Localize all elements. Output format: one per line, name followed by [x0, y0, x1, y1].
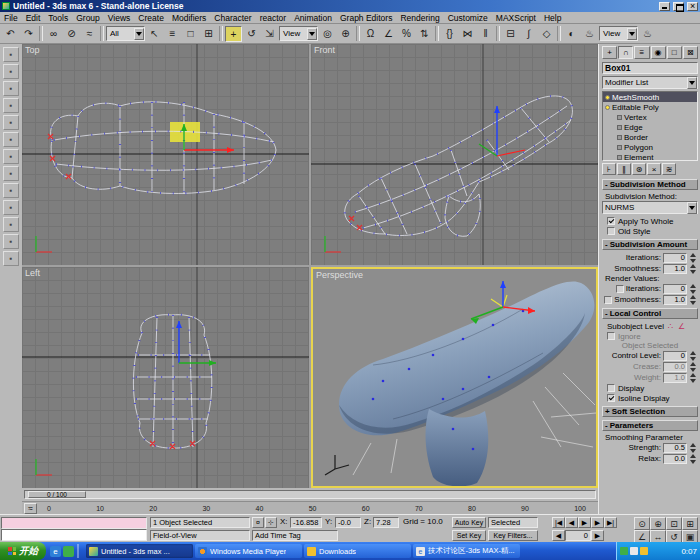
render-iterations-field[interactable]: 0	[663, 284, 687, 294]
show-desktop-icon[interactable]	[63, 546, 74, 557]
tab-utilities-icon[interactable]: ⊠	[683, 46, 698, 59]
viewport-front-label[interactable]: Front	[314, 45, 335, 55]
spinner-arrows-icon[interactable]	[689, 454, 696, 464]
layer-manager-icon[interactable]: ⊟	[502, 26, 519, 42]
strength-field[interactable]: 0.5	[663, 443, 687, 453]
isoline-display-checkbox[interactable]: Isoline Display	[602, 393, 698, 403]
time-slider-track[interactable]: 0 / 100	[24, 490, 596, 499]
subobject-edge-icon[interactable]: ∠	[677, 322, 686, 331]
task-3dsmax[interactable]: Untitled - 3ds max ...	[86, 544, 193, 558]
select-and-move-icon[interactable]: +	[225, 26, 242, 42]
stack-item-editable-poly[interactable]: Editable Poly	[603, 102, 697, 112]
make-unique-icon[interactable]: ⊛	[632, 163, 646, 175]
select-and-manipulate-icon[interactable]: ⊕	[337, 26, 354, 42]
control-level-field[interactable]: 0	[663, 351, 687, 361]
viewport-front[interactable]: Front	[311, 44, 598, 265]
curve-editor-icon[interactable]: ∫	[520, 26, 537, 42]
schematic-view-icon[interactable]: ◇	[538, 26, 555, 42]
viewport-perspective-active[interactable]: Perspective	[311, 267, 598, 488]
side-toolbar-button-11[interactable]: ▪	[3, 217, 19, 232]
selection-filter-dropdown[interactable]: All	[106, 26, 145, 41]
chevron-down-icon[interactable]	[627, 28, 637, 40]
window-crossing-icon[interactable]: ⊞	[200, 26, 217, 42]
apply-to-whole-checkbox[interactable]: Apply To Whole	[602, 216, 698, 226]
checkbox-icon[interactable]	[607, 384, 615, 392]
maxscript-mini-listener-pink[interactable]	[1, 517, 147, 529]
internet-explorer-icon[interactable]: e	[50, 546, 61, 557]
zoom-extents-all-icon[interactable]: ⊞	[682, 517, 698, 530]
menu-graph-editors[interactable]: Graph Editors	[336, 13, 396, 23]
go-to-end-icon[interactable]: ▶|	[604, 517, 617, 528]
menu-group[interactable]: Group	[72, 13, 104, 23]
spinner-arrows-icon[interactable]	[689, 295, 696, 305]
viewport-perspective-label[interactable]: Perspective	[316, 270, 363, 280]
pin-stack-icon[interactable]: ⊦	[602, 163, 616, 175]
side-toolbar-button-1[interactable]: ▪	[3, 47, 19, 62]
spinner-arrows-icon[interactable]	[689, 253, 696, 263]
relax-spinner[interactable]: Relax:0.0	[602, 453, 698, 464]
x-coordinate-field[interactable]: -16.858	[290, 517, 322, 528]
spinner-arrows-icon[interactable]	[689, 284, 696, 294]
select-and-scale-icon[interactable]: ⇲	[261, 26, 278, 42]
z-coordinate-field[interactable]: 7.28	[373, 517, 399, 528]
strength-spinner[interactable]: Strength:0.5	[602, 442, 698, 453]
viewport-left-label[interactable]: Left	[25, 268, 40, 278]
lock-selection-icon[interactable]: ¤	[252, 517, 264, 528]
rollout-local-control[interactable]: -Local Control	[602, 308, 698, 319]
spinner-arrows-icon[interactable]	[689, 362, 696, 372]
show-end-result-icon[interactable]: ∥	[617, 163, 631, 175]
side-toolbar-button-4[interactable]: ▪	[3, 98, 19, 113]
reference-coordinate-dropdown[interactable]: View	[279, 26, 318, 41]
side-toolbar-button-13[interactable]: ▪	[3, 251, 19, 266]
object-name-field[interactable]: Box01	[602, 62, 698, 74]
modifier-list-dropdown[interactable]: Modifier List	[602, 76, 698, 89]
stack-item-meshsmooth[interactable]: MeshSmooth	[603, 92, 697, 102]
stack-item-border[interactable]: Border	[603, 132, 697, 142]
maximize-button[interactable]	[673, 2, 684, 11]
configure-modifier-sets-icon[interactable]: ≋	[662, 163, 676, 175]
tray-volume-icon[interactable]	[630, 547, 638, 555]
stack-item-edge[interactable]: Edge	[603, 122, 697, 132]
menu-reactor[interactable]: reactor	[256, 13, 290, 23]
angle-snap-icon[interactable]: ∠	[380, 26, 397, 42]
redo-icon[interactable]: ↷	[20, 26, 37, 42]
iterations-field[interactable]: 0	[663, 253, 687, 263]
side-toolbar-button-10[interactable]: ▪	[3, 200, 19, 215]
stack-item-vertex[interactable]: Vertex	[603, 112, 697, 122]
side-toolbar-button-3[interactable]: ▪	[3, 81, 19, 96]
chevron-down-icon[interactable]	[687, 202, 697, 214]
key-mode-dropdown[interactable]: Selected	[488, 517, 538, 528]
relax-field[interactable]: 0.0	[663, 454, 687, 464]
side-toolbar-button-6[interactable]: ▪	[3, 132, 19, 147]
side-toolbar-button-5[interactable]: ▪	[3, 115, 19, 130]
checkbox-icon[interactable]	[607, 332, 615, 340]
minimize-button[interactable]	[659, 2, 670, 11]
spinner-arrows-icon[interactable]	[689, 443, 696, 453]
menu-modifiers[interactable]: Modifiers	[168, 13, 210, 23]
material-editor-icon[interactable]: ◐	[563, 26, 580, 42]
zoom-extents-icon[interactable]: ⊡	[666, 517, 682, 530]
current-time-field[interactable]: 0	[565, 530, 591, 541]
chevron-down-icon[interactable]	[687, 77, 697, 89]
checkbox-icon[interactable]	[616, 285, 624, 293]
rollout-subdivision-method[interactable]: -Subdivision Method	[602, 179, 698, 190]
side-toolbar-button-2[interactable]: ▪	[3, 64, 19, 79]
track-bar-ruler[interactable]: 0 10 20 30 40 50 60 70 80 90 100	[37, 505, 596, 512]
display-checkbox[interactable]: Display	[602, 383, 698, 393]
select-by-name-icon[interactable]: ≡	[164, 26, 181, 42]
checkbox-checked-icon[interactable]	[607, 394, 615, 402]
rollout-parameters[interactable]: -Parameters	[602, 420, 698, 431]
old-style-checkbox[interactable]: Old Style	[602, 226, 698, 236]
menu-edit[interactable]: Edit	[22, 13, 45, 23]
side-toolbar-button-12[interactable]: ▪	[3, 234, 19, 249]
frame-forward-icon[interactable]: ▶	[591, 530, 604, 541]
menu-tools[interactable]: Tools	[44, 13, 72, 23]
snap-toggle-icon[interactable]: Ω	[362, 26, 379, 42]
close-button[interactable]	[687, 2, 698, 11]
menu-help[interactable]: Help	[540, 13, 565, 23]
tab-modify-icon[interactable]: ∩	[618, 46, 633, 59]
menu-file[interactable]: File	[0, 13, 22, 23]
previous-frame-icon[interactable]: ◀	[565, 517, 578, 528]
named-selection-sets-icon[interactable]: {}	[441, 26, 458, 42]
weight-field[interactable]: 1.0	[663, 373, 687, 383]
